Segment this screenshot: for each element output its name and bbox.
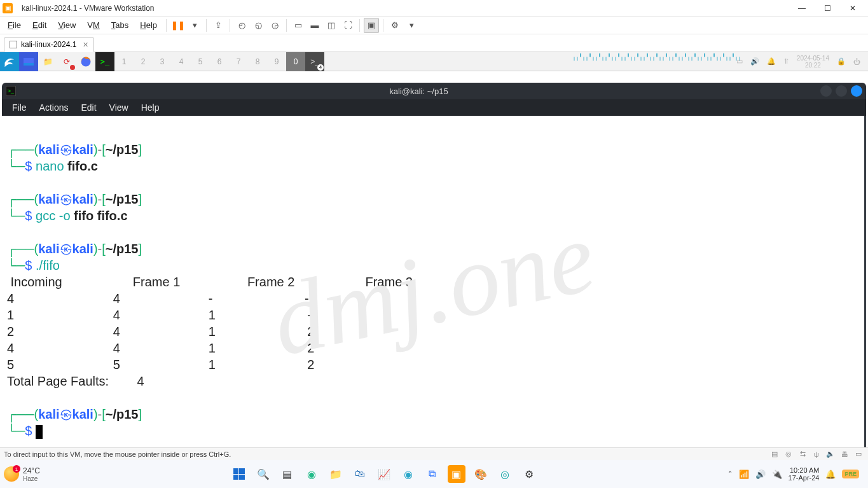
taskview-icon[interactable]: ▤ xyxy=(279,465,296,483)
vmware-titlebar: ▣ kali-linux-2024.1 - VMware Workstation… xyxy=(0,0,868,17)
sb-usb-icon[interactable]: ψ xyxy=(811,449,822,459)
cpu-graph: ╷╷╹╷╷╹╷╷╹╷╷╹╷╷╹╷╷╹╷╷╹╷╷╹╷╷╹╷╷╹╷╷╹╷╷╹╷╷╹╷… xyxy=(572,53,741,66)
menu-help[interactable]: Help xyxy=(135,19,162,31)
terminal-close-button[interactable] xyxy=(851,85,862,97)
dropdown-icon[interactable]: ▾ xyxy=(187,18,202,33)
workspace-4[interactable]: 4 xyxy=(172,52,191,71)
vmware-taskbar-icon[interactable]: ▣ xyxy=(448,465,465,483)
menu-vm[interactable]: VM xyxy=(82,19,105,31)
workspace-3[interactable]: 3 xyxy=(153,52,172,71)
systray-clock[interactable]: 10:20 AM 17-Apr-24 xyxy=(789,466,820,482)
removable-devices-icon[interactable]: ⚙ xyxy=(387,18,403,33)
menu-file[interactable]: File xyxy=(3,19,26,31)
minimize-button[interactable]: — xyxy=(789,0,815,17)
sb-printer-icon[interactable]: 🖶 xyxy=(839,449,850,459)
sb-display-icon[interactable]: ▭ xyxy=(853,449,864,459)
power-icon[interactable]: ⏻ xyxy=(853,58,860,66)
sb-sound-icon[interactable]: 🔈 xyxy=(825,449,836,459)
notifications-icon[interactable]: 🔔 xyxy=(767,57,776,66)
desktop-icon[interactable] xyxy=(19,52,38,71)
menu-view[interactable]: View xyxy=(53,19,81,31)
unity-icon[interactable]: ◫ xyxy=(324,18,339,33)
app1-icon[interactable]: 📈 xyxy=(375,465,393,483)
sb-hdd-icon[interactable]: ▤ xyxy=(769,449,780,459)
workspace-8[interactable]: 8 xyxy=(248,52,267,71)
file-manager-icon[interactable]: 📁 xyxy=(38,52,57,71)
kali-menu-icon[interactable] xyxy=(0,52,19,71)
terminal-minimize-button[interactable] xyxy=(820,85,832,97)
terminal-titlebar-icon: >_ xyxy=(6,86,16,96)
terminal-maximize-button[interactable] xyxy=(836,85,847,97)
kali-clock[interactable]: 2024-05-14 20:22 xyxy=(797,55,829,69)
terminal-body[interactable]: dmj.one ┌──(kali㉿kali)-[~/p15] └─$ nano … xyxy=(2,116,866,460)
taskbar-weather[interactable]: 24°C Haze xyxy=(4,466,40,482)
snapshot-manage-icon[interactable]: ◶ xyxy=(267,18,282,33)
bell-icon[interactable]: 🔔 xyxy=(825,470,836,479)
chevron-up-icon[interactable]: ˄ xyxy=(728,470,733,479)
weather-icon xyxy=(4,466,19,482)
weather-temp: 24°C xyxy=(23,466,40,475)
vmware-statusbar: To direct input to this VM, move the mou… xyxy=(0,447,868,460)
windows-taskbar: 24°C Haze 🔍 ▤ ◉ 📁 🛍 📈 ◉ ⧉ ▣ 🎨 ◎ ⚙ ˄ 📶 🔊 … xyxy=(0,460,868,488)
workspace-2[interactable]: 2 xyxy=(134,52,153,71)
vscode-icon[interactable]: ⧉ xyxy=(424,465,441,483)
terminal-menu-file[interactable]: File xyxy=(7,101,32,114)
terminal-titlebar[interactable]: >_ kali@kali: ~/p15 xyxy=(2,83,866,99)
kali-systray: ▭ 🔊 🔔 ⥣ 2024-05-14 20:22 🔒 ⏻ xyxy=(736,55,868,69)
maximize-button[interactable]: ☐ xyxy=(815,0,840,17)
statusbar-hint: To direct input to this VM, move the mou… xyxy=(4,450,231,458)
fit-window-icon[interactable]: ▬ xyxy=(307,18,322,33)
snapshot-take-icon[interactable]: ◴ xyxy=(234,18,249,33)
systray-time: 10:20 AM xyxy=(789,466,820,474)
workspace-1[interactable]: 1 xyxy=(114,52,134,71)
explorer-icon[interactable]: 📁 xyxy=(327,465,345,483)
vm-tab-label: kali-linux-2024.1 xyxy=(21,40,76,49)
dropdown2-icon[interactable]: ▾ xyxy=(404,18,419,33)
terminal-window: >_ kali@kali: ~/p15 File Actions Edit Vi… xyxy=(2,83,866,460)
lock-icon[interactable]: 🔒 xyxy=(837,57,846,66)
menu-tabs[interactable]: Tabs xyxy=(106,19,134,31)
send-keys-icon[interactable]: ⇪ xyxy=(210,18,226,33)
battery-icon[interactable]: 🔌 xyxy=(772,470,782,479)
task-badge: 4 xyxy=(317,64,324,71)
workspace-5[interactable]: 5 xyxy=(191,52,210,71)
pre-badge[interactable]: PRE xyxy=(842,470,859,478)
vm-tab-close-icon[interactable]: ✕ xyxy=(83,41,88,49)
terminal-menu-help[interactable]: Help xyxy=(136,101,165,114)
store-icon[interactable]: 🛍 xyxy=(351,465,369,483)
panel-terminal-icon[interactable]: >_ xyxy=(95,52,114,71)
panel-task-terminal[interactable]: >_4 xyxy=(305,52,324,71)
terminal-menu-view[interactable]: View xyxy=(104,101,134,114)
fullscreen-icon[interactable]: ⛶ xyxy=(340,18,355,33)
workspace-9[interactable]: 9 xyxy=(267,52,286,71)
sb-network-icon[interactable]: ⇆ xyxy=(797,449,808,459)
terminal-title: kali@kali: ~/p15 xyxy=(21,87,816,96)
settings-icon[interactable]: ⚙ xyxy=(520,465,538,483)
workspace-0[interactable]: 0 xyxy=(286,52,305,71)
firefox-icon[interactable] xyxy=(76,52,95,71)
console-icon[interactable]: ▣ xyxy=(364,18,379,33)
close-button[interactable]: ✕ xyxy=(840,0,865,17)
sb-cd-icon[interactable]: ◎ xyxy=(783,449,794,459)
terminal-menu-edit[interactable]: Edit xyxy=(76,101,101,114)
paint-icon[interactable]: 🎨 xyxy=(472,465,490,483)
network-icon[interactable]: ⥣ xyxy=(783,57,789,66)
vm-tab-kali[interactable]: kali-linux-2024.1 ✕ xyxy=(4,37,94,52)
wifi-icon[interactable]: 📶 xyxy=(739,470,749,479)
terminal-menu-actions[interactable]: Actions xyxy=(34,101,74,114)
workspace-7[interactable]: 7 xyxy=(229,52,248,71)
speaker-icon[interactable]: 🔊 xyxy=(755,470,766,479)
systray-date: 17-Apr-24 xyxy=(789,474,820,482)
volume-icon[interactable]: 🔊 xyxy=(750,57,759,66)
fit-guest-icon[interactable]: ▭ xyxy=(291,18,306,33)
edge2-icon[interactable]: ◉ xyxy=(399,465,417,483)
workspace-6[interactable]: 6 xyxy=(210,52,229,71)
edge-icon[interactable]: ◉ xyxy=(303,465,320,483)
menu-edit[interactable]: Edit xyxy=(27,19,52,31)
snapshot-revert-icon[interactable]: ◵ xyxy=(251,18,266,33)
updater-icon[interactable]: ⟳ xyxy=(57,52,76,71)
search-icon[interactable]: 🔍 xyxy=(254,465,272,483)
copilot-icon[interactable]: ◎ xyxy=(496,465,514,483)
start-button[interactable] xyxy=(230,465,248,483)
suspend-icon[interactable]: ❚❚ xyxy=(170,18,186,33)
